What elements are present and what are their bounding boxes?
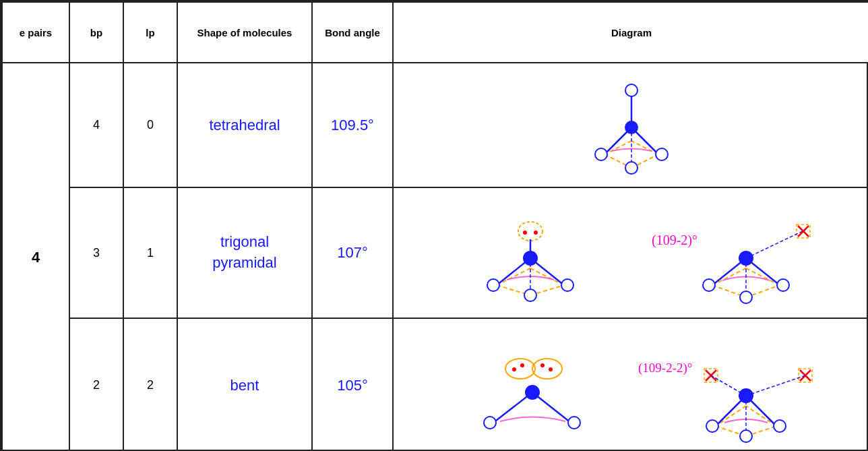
table-row-bent: 2 2 bent 105°: [2, 318, 868, 451]
shape-label-2: trigonalpyramidal: [181, 232, 309, 274]
angle-label-2: 107°: [337, 244, 368, 261]
svg-line-3: [631, 141, 658, 154]
shape-label-1: tetrahedral: [209, 117, 280, 133]
angle-cell-2: 107°: [312, 187, 393, 318]
header-epairs: e pairs: [2, 2, 69, 63]
header-bp: bp: [69, 2, 123, 63]
svg-point-8: [625, 121, 638, 134]
svg-point-9: [625, 84, 638, 96]
svg-point-52: [525, 385, 540, 400]
svg-point-43: [740, 291, 752, 303]
bp-cell-3: 2: [69, 318, 123, 451]
svg-point-19: [534, 231, 538, 235]
main-table-container: e pairs bp lp Shape of molecules Bond an…: [0, 0, 868, 451]
header-shape: Shape of molecules: [177, 2, 312, 63]
diagram-cell-1: [393, 63, 868, 187]
svg-point-47: [532, 359, 562, 379]
svg-point-26: [561, 279, 574, 291]
shape-cell-3: bent: [177, 318, 312, 451]
svg-point-10: [595, 148, 607, 160]
svg-point-25: [487, 279, 499, 291]
svg-point-53: [484, 417, 496, 429]
svg-point-72: [706, 420, 718, 432]
header-lp: lp: [123, 2, 177, 63]
svg-point-18: [523, 231, 527, 235]
svg-point-27: [524, 289, 536, 301]
angle-label-1: 109.5°: [331, 117, 374, 133]
svg-point-42: [777, 279, 789, 291]
header-diagram: Diagram: [393, 2, 868, 63]
bp-cell-1: 4: [69, 63, 123, 187]
svg-line-0: [604, 141, 631, 154]
header-angle: Bond angle: [312, 2, 393, 63]
svg-point-24: [523, 251, 538, 266]
svg-point-11: [656, 148, 668, 160]
svg-point-49: [549, 367, 553, 371]
svg-point-54: [568, 417, 580, 429]
svg-point-48: [540, 363, 545, 367]
svg-point-41: [703, 279, 715, 291]
bp-cell-2: 3: [69, 187, 123, 318]
diagram-cell-3: (109-2-2)°: [393, 318, 868, 451]
svg-point-44: [505, 359, 535, 379]
lp-cell-3: 2: [123, 318, 177, 451]
trigonal-diagram: (109-2)°: [436, 191, 827, 312]
lp-cell-2: 1: [123, 187, 177, 318]
epairs-cell-1: 4: [2, 63, 69, 451]
svg-point-40: [739, 251, 753, 266]
svg-point-71: [739, 388, 753, 403]
angle-label-3: 105°: [337, 377, 368, 394]
svg-line-67: [746, 375, 805, 396]
shape-cell-2: trigonalpyramidal: [177, 187, 312, 318]
svg-point-12: [625, 162, 638, 174]
svg-point-17: [518, 222, 542, 241]
molecules-table: e pairs bp lp Shape of molecules Bond an…: [1, 1, 868, 451]
angle-cell-3: 105°: [312, 318, 393, 451]
diagram-cell-2: (109-2)°: [393, 187, 868, 318]
svg-point-73: [774, 420, 786, 432]
shape-cell-1: tetrahedral: [177, 63, 312, 187]
svg-text:(109-2-2)°: (109-2-2)°: [638, 361, 692, 375]
svg-point-46: [520, 363, 524, 367]
lp-cell-1: 0: [123, 63, 177, 187]
tetrahedral-diagram: [537, 67, 726, 181]
table-row-tetrahedral: 4 4 0 tetrahedral 109.5°: [2, 63, 868, 187]
svg-line-36: [746, 230, 805, 258]
bent-diagram: (109-2-2)°: [436, 322, 827, 446]
shape-label-3: bent: [230, 377, 259, 394]
svg-point-74: [740, 430, 752, 442]
svg-line-59: [746, 406, 776, 426]
svg-line-56: [716, 406, 746, 426]
angle-cell-1: 109.5°: [312, 63, 393, 187]
table-row-trigonal: 3 1 trigonalpyramidal 107°: [2, 187, 868, 318]
svg-point-45: [512, 367, 516, 371]
svg-text:(109-2)°: (109-2)°: [652, 233, 698, 248]
